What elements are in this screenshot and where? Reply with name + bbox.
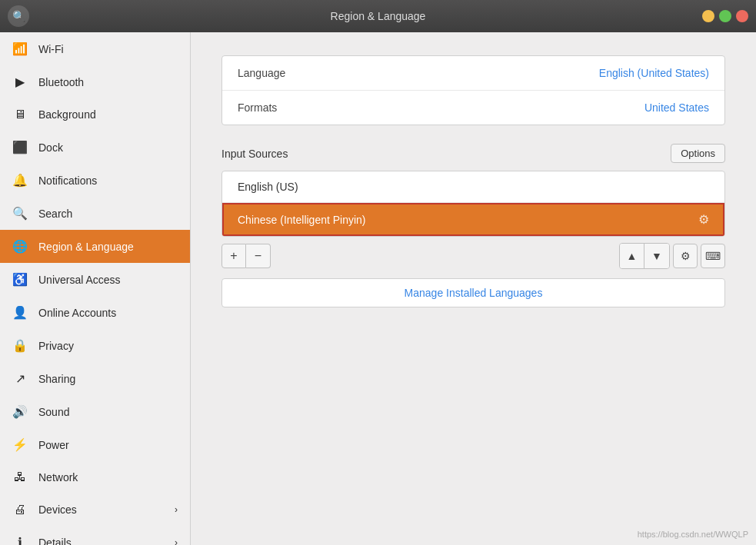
keyboard-icon-button[interactable]: ⌨ [701,244,725,268]
sidebar-item-label: Details [38,537,72,546]
sidebar-item-label: Power [38,439,69,451]
background-icon: 🖥 [12,108,28,121]
language-settings-card: Language English (United States) Formats… [221,55,725,125]
sidebar-item-sound[interactable]: 🔊 Sound [0,395,190,428]
reorder-controls: ▲ ▼ ⚙ ⌨ [619,243,725,269]
sidebar-item-background[interactable]: 🖥 Background [0,98,190,131]
sidebar-item-label: Privacy [38,340,74,352]
sidebar-item-power[interactable]: ⚡ Power [0,428,190,461]
app-body: 📶 Wi-Fi ▶ Bluetooth 🖥 Background ⬛ Dock … [0,32,756,545]
minimize-button[interactable]: – [702,10,714,22]
sidebar-item-universal[interactable]: ♿ Universal Access [0,263,190,296]
sidebar-item-wifi[interactable]: 📶 Wi-Fi [0,32,190,65]
universal-icon: ♿ [12,272,28,287]
move-up-button[interactable]: ▲ [620,244,644,268]
region-icon: 🌐 [12,239,28,254]
remove-input-source-button[interactable]: − [246,244,271,268]
sidebar-item-label: Sound [38,406,69,418]
titlebar: 🔍 Region & Language – □ ✕ [0,0,756,32]
sidebar-item-label: Network [38,471,78,484]
input-source-label: Chinese (Intelligent Pinyin) [238,214,366,226]
sidebar-item-notifications[interactable]: 🔔 Notifications [0,164,190,197]
maximize-button[interactable]: □ [719,10,731,22]
language-label: Language [238,67,599,79]
search-button[interactable]: 🔍 [8,5,29,27]
input-sources-title: Input Sources [221,148,288,160]
content-area: Language English (United States) Formats… [191,32,756,545]
network-icon: 🖧 [12,470,28,484]
sidebar-item-region[interactable]: 🌐 Region & Language [0,230,190,263]
language-value[interactable]: English (United States) [599,67,709,79]
sidebar-item-label: Region & Language [38,241,134,253]
language-row[interactable]: Language English (United States) [222,56,724,91]
sidebar-item-label: Notifications [38,174,97,187]
details-icon: ℹ [12,535,28,545]
sidebar-item-label: Universal Access [38,274,121,286]
sidebar-item-search[interactable]: 🔍 Search [0,197,190,230]
watermark: https://blog.csdn.net/WWQLP [638,530,748,539]
power-icon: ⚡ [12,437,28,452]
sidebar-item-label: Wi-Fi [38,43,64,55]
sidebar-item-label: Devices [38,503,77,516]
sidebar-item-label: Bluetooth [38,76,84,88]
input-source-chinese[interactable]: Chinese (Intelligent Pinyin) ⚙ [222,203,724,236]
input-source-english[interactable]: English (US) [222,171,724,203]
sidebar-item-devices[interactable]: 🖨 Devices › [0,493,190,526]
sidebar: 📶 Wi-Fi ▶ Bluetooth 🖥 Background ⬛ Dock … [0,32,191,545]
chevron-right-icon: › [175,537,178,546]
bluetooth-icon: ▶ [12,75,28,89]
dock-icon: ⬛ [12,140,28,155]
window-controls: – □ ✕ [702,10,748,22]
sidebar-item-label: Sharing [38,373,75,385]
options-button[interactable]: Options [671,144,725,163]
sidebar-item-dock[interactable]: ⬛ Dock [0,131,190,164]
formats-value[interactable]: United States [644,101,709,114]
chevron-right-icon: › [175,504,178,515]
notifications-icon: 🔔 [12,173,28,188]
online-icon: 👤 [12,305,28,320]
search-icon: 🔍 [12,10,25,22]
sidebar-item-online[interactable]: 👤 Online Accounts [0,296,190,329]
sidebar-item-details[interactable]: ℹ Details › [0,526,190,545]
wifi-icon: 📶 [12,42,28,56]
devices-icon: 🖨 [12,503,28,517]
close-button[interactable]: ✕ [736,10,748,22]
sound-icon: 🔊 [12,404,28,419]
add-input-source-button[interactable]: + [221,244,246,268]
page-title: Region & Language [331,10,426,22]
search-sidebar-icon: 🔍 [12,206,28,221]
sidebar-item-label: Online Accounts [38,307,116,319]
gear-icon[interactable]: ⚙ [698,212,709,227]
sidebar-item-sharing[interactable]: ↗ Sharing [0,362,190,395]
privacy-icon: 🔒 [12,338,28,353]
settings-icon-button[interactable]: ⚙ [673,244,698,268]
input-sources-header: Input Sources Options [221,144,725,163]
sidebar-item-bluetooth[interactable]: ▶ Bluetooth [0,65,190,98]
sharing-icon: ↗ [12,371,28,386]
formats-label: Formats [238,101,644,114]
manage-languages-button[interactable]: Manage Installed Languages [221,278,725,307]
sidebar-item-label: Background [38,108,96,121]
sidebar-item-privacy[interactable]: 🔒 Privacy [0,329,190,362]
input-source-label: English (US) [238,181,298,193]
sidebar-item-label: Dock [38,141,63,154]
list-controls: + − ▲ ▼ ⚙ ⌨ [221,243,725,269]
input-sources-list: English (US) Chinese (Intelligent Pinyin… [221,171,725,237]
sidebar-item-network[interactable]: 🖧 Network [0,461,190,493]
move-down-button[interactable]: ▼ [644,244,669,268]
formats-row[interactable]: Formats United States [222,91,724,125]
arrow-group: ▲ ▼ [619,243,670,269]
sidebar-item-label: Search [38,208,72,220]
